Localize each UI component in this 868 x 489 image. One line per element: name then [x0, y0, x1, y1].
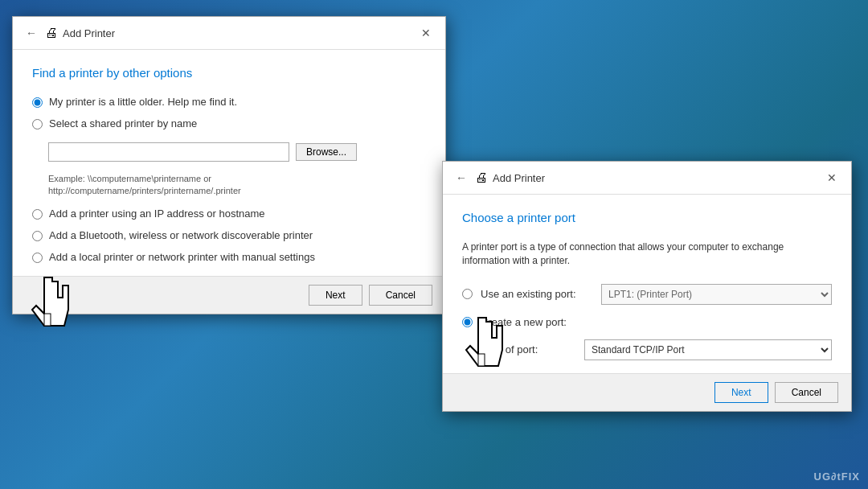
watermark: UG∂tFIX: [814, 471, 860, 483]
radio-shared-name[interactable]: [32, 119, 43, 129]
cancel-button-d1[interactable]: Cancel: [369, 285, 432, 306]
type-port-dropdown[interactable]: Standard TCP/IP Port: [584, 339, 832, 360]
dialog2-title: Add Printer: [493, 172, 545, 184]
use-existing-label: Use an existing port:: [481, 288, 593, 300]
printer-icon-d1: 🖨: [45, 26, 58, 40]
back-button[interactable]: ←: [23, 24, 40, 42]
dialog2-title-left: ← 🖨 Add Printer: [452, 169, 545, 187]
dialog1-title: Add Printer: [63, 27, 115, 39]
port-options: Use an existing port: LPT1: (Printer Por…: [462, 284, 832, 360]
dialog2-titlebar: ← 🖨 Add Printer ✕: [443, 162, 851, 195]
use-existing-port-row: Use an existing port: LPT1: (Printer Por…: [462, 284, 832, 305]
cancel-button-d2[interactable]: Cancel: [775, 382, 838, 403]
hint-line2: http://computername/printers/printername…: [48, 186, 241, 195]
next-button-d1[interactable]: Next: [309, 285, 362, 306]
dialog2-content: Choose a printer port A printer port is …: [443, 195, 851, 373]
radio-older-printer[interactable]: [32, 97, 43, 108]
radio-item-4: Add a Bluetooth, wireless or network dis…: [32, 229, 426, 241]
create-new-port-row: Create a new port:: [462, 316, 832, 328]
svg-rect-0: [44, 314, 51, 326]
radio-ip-address[interactable]: [32, 209, 43, 220]
radio-label-5: Add a local printer or network printer w…: [49, 251, 315, 263]
radio-label-1: My printer is a little older. Help me fi…: [49, 96, 237, 108]
radio-label-2: Select a shared printer by name: [49, 117, 197, 129]
dialog2-footer: Next Cancel: [443, 373, 851, 411]
shared-printer-input-row: Browse...: [48, 142, 426, 162]
radio-new-port[interactable]: [462, 317, 473, 327]
shared-printer-name-input[interactable]: [48, 142, 289, 162]
create-new-label: Create a new port:: [481, 316, 593, 328]
radio-existing-port[interactable]: [462, 289, 473, 299]
dialog1-titlebar: ← 🖨 Add Printer ✕: [13, 17, 445, 50]
hint-line1: Example: \\computername\printername or: [48, 174, 211, 183]
dialog1-footer: Next Cancel: [13, 276, 445, 314]
dialog1-content: Find a printer by other options My print…: [13, 50, 445, 276]
dialog2-heading: Choose a printer port: [462, 211, 832, 224]
find-printer-dialog: ← 🖨 Add Printer ✕ Find a printer by othe…: [12, 16, 446, 314]
radio-label-4: Add a Bluetooth, wireless or network dis…: [49, 229, 313, 241]
type-port-label: Type of port:: [480, 343, 576, 355]
radio-bluetooth[interactable]: [32, 231, 43, 241]
close-button-d1[interactable]: ✕: [416, 23, 436, 43]
close-button-d2[interactable]: ✕: [822, 168, 841, 187]
type-port-row: Type of port: Standard TCP/IP Port: [480, 339, 832, 360]
browse-button[interactable]: Browse...: [296, 143, 357, 161]
hint-text: Example: \\computername\printername or h…: [48, 173, 426, 198]
radio-group: My printer is a little older. Help me fi…: [32, 96, 426, 263]
radio-label-3: Add a printer using an IP address or hos…: [49, 208, 265, 220]
radio-item-2: Select a shared printer by name: [32, 117, 426, 129]
radio-item-1: My printer is a little older. Help me fi…: [32, 96, 426, 108]
existing-port-dropdown[interactable]: LPT1: (Printer Port): [601, 284, 832, 305]
dialog1-heading: Find a printer by other options: [32, 66, 426, 80]
choose-port-dialog: ← 🖨 Add Printer ✕ Choose a printer port …: [442, 161, 852, 412]
dialog2-description: A printer port is a type of connection t…: [462, 240, 832, 268]
printer-icon-d2: 🖨: [475, 171, 488, 185]
radio-item-3: Add a printer using an IP address or hos…: [32, 208, 426, 220]
radio-local-printer[interactable]: [32, 253, 43, 263]
back-button-d2[interactable]: ←: [452, 169, 470, 187]
next-button-d2[interactable]: Next: [714, 382, 768, 403]
dialog1-title-left: ← 🖨 Add Printer: [23, 24, 115, 42]
radio-item-5: Add a local printer or network printer w…: [32, 251, 426, 263]
